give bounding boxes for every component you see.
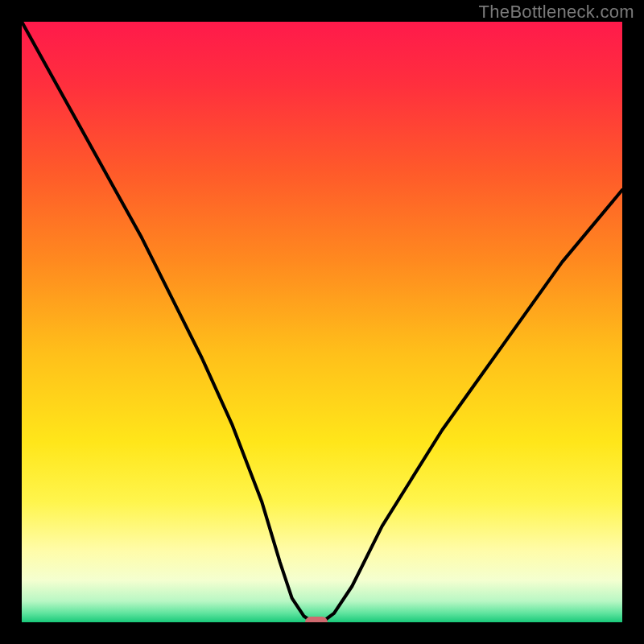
- outer-frame: TheBottleneck.com: [0, 0, 644, 644]
- bottleneck-curve: [22, 22, 622, 622]
- plot-area: [22, 22, 622, 622]
- minimum-marker: [305, 617, 328, 622]
- watermark-text: TheBottleneck.com: [479, 2, 634, 23]
